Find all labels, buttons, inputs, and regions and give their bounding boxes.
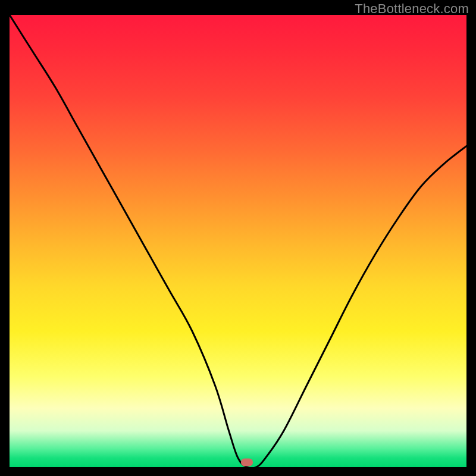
watermark-text: TheBottleneck.com [355,1,469,17]
chart-container: TheBottleneck.com [0,0,476,476]
minimum-marker [241,459,253,466]
plot-area [10,15,466,467]
bottleneck-curve [10,15,466,467]
